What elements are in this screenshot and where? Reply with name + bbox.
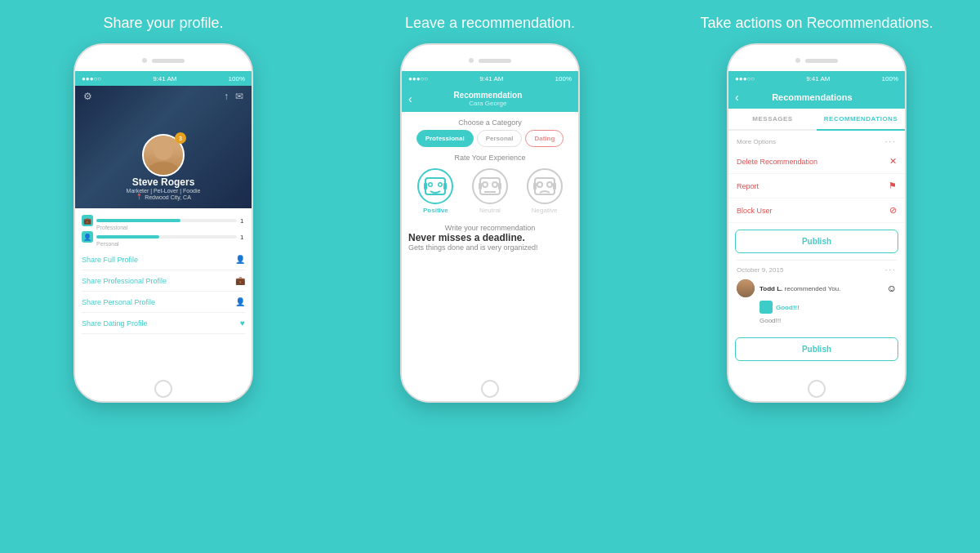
positive-emoji — [417, 168, 453, 204]
status-bar-3: ●●●○○ 9:41 AM 100% — [728, 71, 905, 86]
envelope-icon[interactable]: ✉ — [235, 91, 243, 102]
rating-neutral[interactable]: Neutral — [472, 168, 508, 214]
profile-bars: 💼 Professional 1 👤 Personal — [75, 208, 252, 249]
message-reaction-icon: ☺ — [887, 283, 897, 294]
message-date-row: October 9, 2015 ··· — [737, 265, 897, 274]
phone-1: ●●●○○ 9:41 AM 100% ⚙ ↑ ✉ — [74, 43, 253, 403]
category-buttons: Professional Personal Dating — [408, 130, 572, 147]
status-time-2: 9:41 AM — [479, 75, 503, 83]
actions-content: More Options ··· Delete Recommendation ✕… — [728, 131, 905, 377]
svg-point-11 — [492, 182, 497, 187]
report-item[interactable]: Report ⚑ — [728, 174, 905, 198]
share-professional-profile[interactable]: Share Professional Profile 💼 — [82, 270, 245, 292]
location-pin-icon: 📍 — [136, 194, 143, 200]
phone-top-2 — [402, 45, 578, 71]
flag-icon: ⚑ — [889, 181, 897, 191]
category-dating[interactable]: Dating — [525, 130, 564, 147]
signal-icon-3: ●●●○○ — [735, 75, 755, 83]
professional-bar-fill — [96, 219, 180, 222]
battery-icon-2: 100% — [555, 75, 572, 83]
delete-recommendation-label: Delete Recommendation — [737, 158, 817, 166]
share-full-profile[interactable]: Share Full Profile 👤 — [82, 249, 245, 270]
tabs-row: MESSAGES RECOMMENDATIONS — [728, 109, 905, 131]
block-user-item[interactable]: Block User ⊘ — [728, 198, 905, 223]
svg-rect-19 — [533, 183, 537, 190]
phone-bottom-2 — [402, 377, 578, 401]
category-professional[interactable]: Professional — [416, 130, 474, 147]
actions-header-title: Recommendations — [739, 92, 885, 102]
panel-leave-recommendation: Leave a recommendation. ●●●○○ 9:41 AM 10… — [327, 0, 653, 553]
home-button-2[interactable] — [481, 380, 499, 398]
publish-button-2[interactable]: Publish — [735, 337, 898, 361]
category-section: Choose a Category Professional Personal … — [408, 118, 572, 147]
rec-header-text: Recommendation Cara George — [417, 91, 559, 107]
battery-icon: 100% — [229, 75, 245, 83]
phone-bottom-1 — [75, 377, 252, 401]
message-sender-row: Todd L. recommended You. ☺ — [737, 279, 897, 297]
tab-recommendations[interactable]: RECOMMENDATIONS — [817, 109, 905, 131]
panel-actions-recommendations: Take actions on Recommendations. ●●●○○ 9… — [653, 0, 980, 553]
delete-recommendation-item[interactable]: Delete Recommendation ✕ — [728, 149, 905, 174]
bar-row-professional: 💼 Professional 1 — [82, 215, 245, 226]
svg-rect-13 — [479, 183, 482, 190]
tab-messages[interactable]: MESSAGES — [728, 109, 817, 129]
back-icon-2[interactable]: ‹ — [408, 92, 412, 105]
battery-icon-3: 100% — [882, 75, 898, 83]
share-dating-label: Share Dating Profile — [82, 319, 148, 328]
message-avatar — [737, 279, 755, 297]
home-button-3[interactable] — [808, 380, 826, 398]
avatar-wrapper: 3 — [142, 134, 185, 176]
rec-body: Choose a Category Professional Personal … — [402, 112, 578, 377]
rec-header-subtitle: Cara George — [417, 100, 559, 107]
profile-location: 📍 Redwood City, CA — [136, 194, 191, 200]
panel-share-profile: Share your profile. ●●●○○ 9:41 AM 100% ⚙… — [0, 0, 327, 553]
svg-point-0 — [418, 169, 452, 203]
panel1-title: Share your profile. — [103, 15, 223, 32]
profile-subtitle: Marketer | Pet-Lover | Foodie — [127, 188, 201, 194]
message-dots-icon[interactable]: ··· — [885, 265, 897, 274]
emoji-ratings: Positive — [408, 165, 572, 217]
phone3-content: ‹ Recommendations MESSAGES RECOMMENDATIO… — [728, 86, 905, 377]
write-label: Write your recommendation — [408, 224, 572, 232]
personal-bar-fill — [96, 235, 159, 239]
share-icon[interactable]: ↑ — [224, 91, 229, 102]
phone1-content: ⚙ ↑ ✉ 3 Steve Rogers Ma — [75, 86, 252, 377]
message-date: October 9, 2015 — [737, 266, 783, 274]
rating-negative[interactable]: Negative — [527, 168, 563, 214]
publish-btn-wrap-2: Publish — [728, 334, 905, 368]
write-body: Gets things done and is very organized! — [408, 243, 572, 252]
personal-bar-label: Personal — [96, 241, 119, 247]
personal-icon: 👤 — [82, 231, 93, 243]
rating-positive[interactable]: Positive — [417, 168, 453, 214]
svg-rect-20 — [553, 183, 556, 190]
svg-rect-6 — [424, 183, 427, 190]
professional-bar-track: Professional — [96, 219, 237, 222]
home-button-1[interactable] — [154, 380, 172, 398]
avatar-body — [149, 162, 178, 176]
message-sender-name: Todd L. — [760, 285, 782, 292]
share-dating-icon: ♥ — [240, 319, 245, 328]
status-bar-2: ●●●○○ 9:41 AM 100% — [402, 71, 578, 86]
gear-icon[interactable]: ⚙ — [83, 91, 92, 102]
share-dating-profile[interactable]: Share Dating Profile ♥ — [82, 313, 245, 334]
share-personal-profile[interactable]: Share Personal Profile 👤 — [82, 292, 245, 313]
category-personal[interactable]: Personal — [477, 130, 523, 147]
svg-rect-14 — [498, 183, 501, 190]
phone-3: ●●●○○ 9:41 AM 100% ‹ Recommendations MES… — [727, 43, 906, 403]
status-time: 9:41 AM — [153, 75, 176, 83]
neutral-emoji — [472, 168, 508, 204]
professional-icon: 💼 — [82, 215, 93, 226]
category-label: Choose a Category — [408, 118, 572, 127]
more-options-dots-icon[interactable]: ··· — [885, 137, 897, 146]
actions-header: ‹ Recommendations — [728, 86, 905, 109]
panel3-title: Take actions on Recommendations. — [700, 15, 933, 32]
negative-emoji — [527, 168, 563, 204]
phone-camera — [142, 58, 147, 63]
negative-label: Negative — [532, 207, 558, 214]
phone-speaker-3 — [805, 59, 838, 63]
profile-name: Steve Rogers — [132, 176, 195, 188]
publish-button-1[interactable]: Publish — [735, 230, 898, 253]
message-body-text: recommended You. — [785, 285, 841, 292]
profile-hero: ⚙ ↑ ✉ 3 Steve Rogers Ma — [75, 86, 252, 208]
svg-point-15 — [528, 169, 562, 203]
